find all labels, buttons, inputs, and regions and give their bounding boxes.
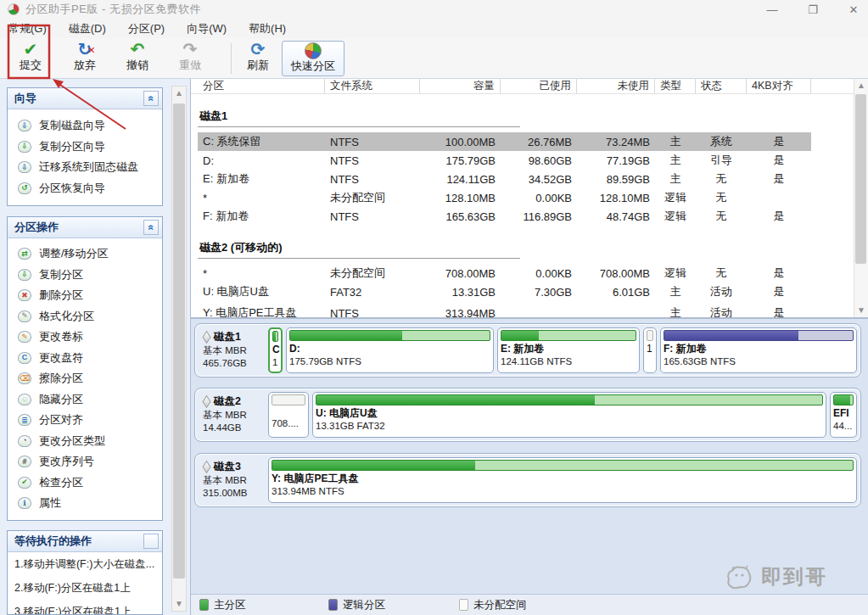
logical-partition-swatch-icon: [328, 599, 338, 611]
disk1-label[interactable]: 磁盘1 基本 MBR 465.76GB: [199, 327, 265, 373]
copy-partition-icon: ⇩: [18, 141, 31, 153]
legend-primary: 主分区: [199, 598, 246, 612]
undo-button[interactable]: ↶ 撤销: [117, 40, 158, 77]
sidebar-item-properties[interactable]: ℹ 属性: [8, 493, 162, 514]
col-partition[interactable]: 分区: [198, 79, 325, 93]
col-filesystem[interactable]: 文件系统: [325, 79, 420, 93]
pending-op-3[interactable]: 3.移动(E:)分区在磁盘1上: [8, 600, 162, 615]
wizard-collapse-button[interactable]: «: [143, 91, 159, 106]
col-4kb[interactable]: 4KB对齐: [747, 79, 811, 93]
sidebar-item-copy-disk-wizard[interactable]: ⇩ 复制磁盘向导: [8, 115, 162, 137]
table-scroll-up-icon[interactable]: ▲: [854, 79, 868, 92]
table-row[interactable]: C: 系统保留NTFS 100.00MB26.76MB 73.24MB主 系统是: [198, 132, 811, 151]
minimize-button[interactable]: —: [764, 3, 780, 16]
table-row[interactable]: E: 新加卷NTFS 124.11GB34.52GB 89.59GB主 无是: [198, 170, 811, 188]
primary-partition-swatch-icon: [199, 599, 209, 611]
pending-panel-header: 等待执行的操作: [8, 531, 162, 552]
disk2-partition-efi[interactable]: EFI 44...: [830, 392, 857, 438]
check-partition-icon: ✔: [18, 477, 31, 489]
table-row[interactable]: U: 电脑店U盘FAT32 13.31GB7.30GB 6.01GB主 活动是: [198, 282, 811, 301]
table-scroll-thumb[interactable]: [855, 94, 866, 264]
sidebar-scroll-down-icon[interactable]: ▼: [172, 597, 186, 611]
menu-general[interactable]: 常规(G): [8, 21, 47, 36]
sidebar-scrollbar[interactable]: ▲ ▼: [171, 86, 187, 612]
disk1-partition-e[interactable]: E: 新加卷 124.11GB NTFS: [497, 327, 640, 373]
sidebar-item-resize-move[interactable]: ⇄ 调整/移动分区: [8, 243, 162, 265]
app-logo-icon: [8, 3, 20, 15]
sidebar-item-check-partition[interactable]: ✔ 检查分区: [8, 472, 162, 494]
menu-partition[interactable]: 分区(P): [128, 21, 165, 36]
sidebar-item-copy-partition-wizard[interactable]: ⇩ 复制分区向导: [8, 137, 162, 158]
col-type[interactable]: 类型: [655, 79, 696, 93]
copy-partition-op-icon: ⇩: [18, 269, 31, 281]
change-letter-icon: C: [18, 352, 31, 364]
refresh-button[interactable]: ⟳ 刷新: [239, 40, 277, 77]
menu-wizard[interactable]: 向导(W): [187, 21, 227, 36]
table-scroll-down-icon[interactable]: ▼: [854, 304, 868, 317]
pending-op-1[interactable]: 1.移动并调整(F:)大小在磁盘...: [8, 552, 162, 576]
disk-icon: [202, 461, 210, 473]
toolbar-separator: [231, 43, 232, 74]
sidebar-scroll-thumb[interactable]: [173, 103, 185, 579]
sidebar-item-partition-recovery-wizard[interactable]: ↺ 分区恢复向导: [8, 178, 162, 199]
delete-partition-icon: ✖: [18, 289, 31, 301]
wizard-panel-header: 向导 «: [8, 88, 162, 109]
disk1-partition-d[interactable]: D: 175.79GB NTFS: [286, 327, 494, 373]
disk1-unallocated[interactable]: 1: [643, 327, 657, 373]
disk2-unallocated[interactable]: 708....: [268, 392, 309, 438]
col-unused[interactable]: 未使用: [577, 79, 655, 93]
disk3-partition-y[interactable]: Y: 电脑店PE工具盘 313.94MB NTFS: [268, 457, 857, 503]
disk3-label[interactable]: 磁盘3 基本 MBR 315.00MB: [199, 457, 265, 503]
properties-icon: ℹ: [18, 497, 31, 509]
commit-button[interactable]: ✔ 提交: [10, 40, 51, 77]
app-window: 分区助手PE版 - 无损分区免费软件 — ❐ ✕ 常规(G) 磁盘(D) 分区(…: [0, 0, 868, 615]
table-row[interactable]: *未分配空间 708.00MB0.00KB 708.00MB逻辑 无是: [198, 264, 811, 282]
sidebar-item-change-label[interactable]: ✎ 更改卷标: [8, 327, 162, 348]
sidebar-item-format-partition[interactable]: ✎ 格式化分区: [8, 306, 162, 327]
close-button[interactable]: ✕: [846, 3, 861, 16]
sidebar-item-hide-partition[interactable]: ◌ 隐藏分区: [8, 389, 162, 411]
menu-disk[interactable]: 磁盘(D): [69, 21, 106, 36]
alignment-icon: ≣: [18, 414, 31, 426]
discard-button[interactable]: ↻✕ 放弃: [64, 40, 105, 77]
disk-graphics-area: 磁盘1 基本 MBR 465.76GB C 1 D: 175.79GB NTFS: [191, 317, 868, 594]
disk2-partition-u[interactable]: U: 电脑店U盘 13.31GB FAT32: [312, 392, 826, 438]
toolbar: ✔ 提交 ↻✕ 放弃 ↶ 撤销 ↷ 重做 ⟳ 刷新 快速分区: [0, 38, 868, 79]
sidebar-scroll-up-icon[interactable]: ▲: [172, 87, 186, 100]
col-capacity[interactable]: 容量: [420, 79, 501, 93]
disk1-partition-c[interactable]: C 1: [268, 327, 283, 373]
disk1-partition-f[interactable]: F: 新加卷 165.63GB NTFS: [660, 327, 857, 373]
sidebar-item-change-partition-type[interactable]: ◔ 更改分区类型: [8, 431, 162, 452]
table-row[interactable]: *未分配空间 128.10MB0.00KB 128.10MB逻辑 无: [198, 188, 811, 207]
disk-icon: [202, 331, 210, 344]
sidebar-item-partition-alignment[interactable]: ≣ 分区对齐: [8, 410, 162, 431]
table-row[interactable]: D:NTFS 175.79GB98.60GB 77.19GB主 引导是: [198, 151, 811, 170]
disk3-panel: 磁盘3 基本 MBR 315.00MB Y: 电脑店PE工具盘 313.94MB…: [194, 453, 861, 507]
watermark-ghost-icon: [725, 564, 754, 590]
table-row-partial[interactable]: Y: 电脑店PE工具盘NTFS 313.94MB 主 活动是: [198, 304, 811, 317]
table-row[interactable]: F: 新加卷NTFS 165.63GB116.89GB 48.74GB逻辑 无是: [198, 207, 811, 226]
sidebar-item-change-serial[interactable]: ＃ 更改序列号: [8, 451, 162, 472]
table-scrollbar[interactable]: ▲ ▼: [854, 79, 868, 317]
quick-partition-button[interactable]: 快速分区: [282, 41, 344, 76]
title-bar: 分区助手PE版 - 无损分区免费软件 — ❐ ✕: [0, 0, 868, 19]
window-title: 分区助手PE版 - 无损分区免费软件: [25, 2, 201, 17]
sidebar-item-wipe-partition[interactable]: ⌫ 擦除分区: [8, 368, 162, 389]
redo-button[interactable]: ↷ 重做: [170, 40, 210, 77]
sidebar-item-change-drive-letter[interactable]: C 更改盘符: [8, 348, 162, 369]
disk-icon: [202, 395, 210, 408]
pending-op-2[interactable]: 2.移动(F:)分区在磁盘1上: [8, 576, 162, 600]
operations-collapse-button[interactable]: «: [143, 220, 159, 235]
col-used[interactable]: 已使用: [501, 79, 577, 93]
sidebar-item-migrate-os-ssd[interactable]: ⇩ 迁移系统到固态磁盘: [8, 157, 162, 178]
watermark-text: 即到哥: [761, 563, 827, 590]
menu-help[interactable]: 帮助(H): [249, 21, 286, 36]
maximize-button[interactable]: ❐: [805, 3, 820, 16]
col-status[interactable]: 状态: [696, 79, 747, 93]
pending-collapse-button[interactable]: [143, 534, 159, 549]
disk1-group-header: 磁盘1: [198, 107, 520, 127]
partition-table: 分区 文件系统 容量 已使用 未使用 类型 状态 4KB对齐 磁盘1 C: 系统…: [191, 79, 868, 317]
sidebar-item-copy-partition[interactable]: ⇩ 复制分区: [8, 265, 162, 286]
disk2-label[interactable]: 磁盘2 基本 MBR 14.44GB: [199, 392, 265, 438]
sidebar-item-delete-partition[interactable]: ✖ 删除分区: [8, 285, 162, 306]
